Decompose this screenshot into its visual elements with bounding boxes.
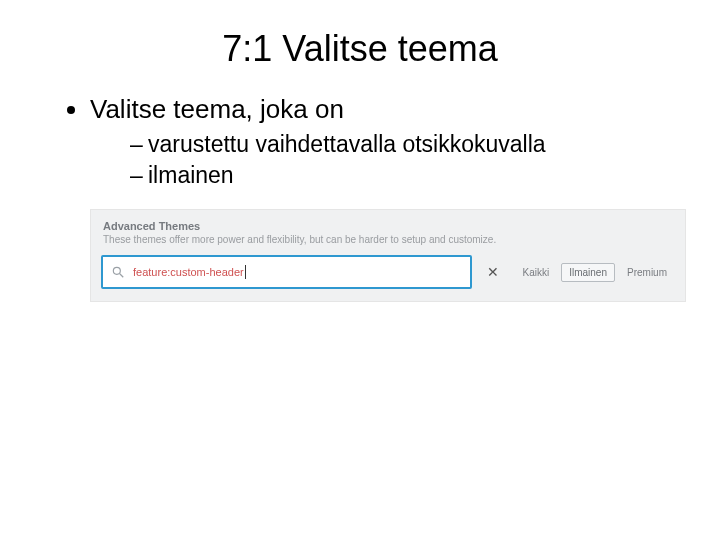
sub-bullet-1: varustettu vaihdettavalla otsikkokuvalla [130,129,680,160]
bullet-list: Valitse teema, joka on varustettu vaihde… [60,92,680,191]
search-icon [111,265,125,279]
clear-search-button[interactable]: ✕ [478,255,508,289]
close-icon: ✕ [487,264,499,280]
slide-content: Valitse teema, joka on varustettu vaihde… [0,92,720,302]
search-input[interactable]: feature:custom-header [101,255,472,289]
filter-all[interactable]: Kaikki [514,263,557,282]
svg-point-0 [113,268,120,275]
filter-free[interactable]: Ilmainen [561,263,615,282]
search-value: feature:custom-header [133,265,246,279]
search-row: feature:custom-header ✕ Kaikki Ilmainen … [101,255,675,289]
slide: 7:1 Valitse teema Valitse teema, joka on… [0,0,720,540]
bullet-item-1: Valitse teema, joka on varustettu vaihde… [90,92,680,191]
slide-title: 7:1 Valitse teema [0,0,720,92]
filter-premium[interactable]: Premium [619,263,675,282]
themes-panel: Advanced Themes These themes offer more … [90,209,686,302]
sub-bullet-2: ilmainen [130,160,680,191]
bullet-text-1: Valitse teema, joka on [90,94,344,124]
sub-bullet-list: varustettu vaihdettavalla otsikkokuvalla… [90,129,680,191]
svg-line-1 [120,274,124,278]
filter-group: Kaikki Ilmainen Premium [514,255,675,289]
panel-heading: Advanced Themes [103,220,675,232]
panel-subheading: These themes offer more power and flexib… [103,234,675,245]
